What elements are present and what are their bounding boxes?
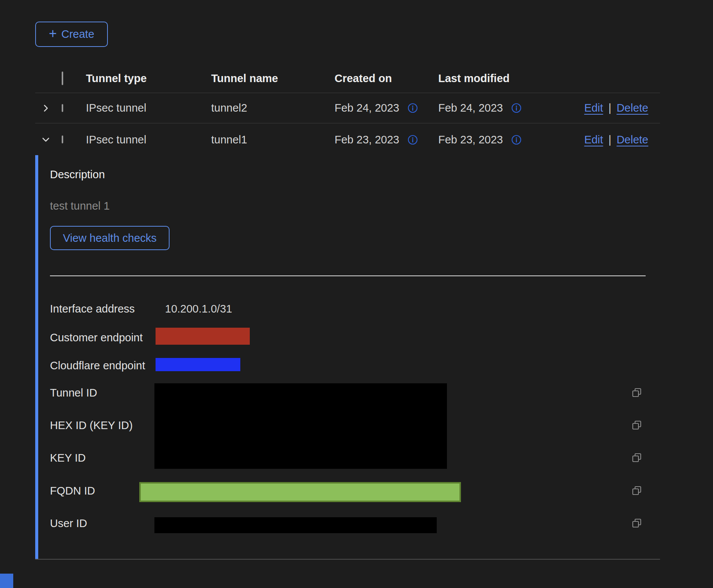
- copy-icon: [631, 485, 643, 496]
- fqdn-id-redacted-value: [139, 482, 461, 502]
- create-button-label: Create: [61, 28, 94, 40]
- plus-icon: +: [49, 27, 57, 40]
- edit-link[interactable]: Edit: [584, 102, 603, 114]
- copy-icon: [631, 387, 643, 398]
- header-created-on: Created on: [335, 72, 438, 85]
- customer-endpoint-redacted-value: [156, 328, 250, 345]
- header-tunnel-name: Tunnel name: [211, 72, 335, 85]
- table-header-row: Tunnel type Tunnel name Created on Last …: [35, 64, 660, 93]
- row-checkbox[interactable]: [62, 104, 63, 112]
- tunnel-type-cell: IPsec tunnel: [86, 102, 211, 114]
- chevron-right-icon: [41, 103, 51, 113]
- ids-redacted-value: [154, 383, 447, 469]
- fqdn-id-label: FQDN ID: [50, 485, 95, 497]
- tunnel-detail-panel: Description test tunnel 1 View health ch…: [35, 155, 660, 559]
- bottom-left-accent: [0, 574, 13, 588]
- header-last-modified: Last modified: [438, 72, 549, 85]
- header-tunnel-type: Tunnel type: [86, 72, 211, 85]
- delete-link[interactable]: Delete: [616, 134, 648, 146]
- view-health-checks-label: View health checks: [63, 232, 157, 244]
- copy-icon: [631, 420, 643, 431]
- info-circle-icon[interactable]: [511, 135, 522, 145]
- copy-hex-id-button[interactable]: [631, 420, 643, 431]
- expand-row-button[interactable]: [35, 103, 62, 113]
- description-value: test tunnel 1: [50, 200, 110, 212]
- user-id-label: User ID: [50, 517, 87, 530]
- copy-tunnel-id-button[interactable]: [631, 387, 643, 398]
- table-bottom-divider: [35, 559, 660, 560]
- cloudflare-endpoint-redacted-value: [156, 358, 240, 371]
- copy-fqdn-id-button[interactable]: [631, 485, 643, 496]
- detail-divider: [50, 275, 646, 276]
- tunnel-id-label: Tunnel ID: [50, 387, 97, 399]
- actions-separator: |: [609, 102, 612, 114]
- info-circle-icon[interactable]: [408, 103, 418, 113]
- user-id-redacted-value: [154, 517, 437, 533]
- table-row: IPsec tunnel tunnel2 Feb 24, 2023 Feb 24…: [35, 93, 660, 123]
- tunnel-name-cell: tunnel2: [211, 102, 335, 114]
- created-on-cell: Feb 23, 2023: [335, 134, 399, 146]
- info-circle-icon[interactable]: [408, 135, 418, 145]
- collapse-row-button[interactable]: [35, 135, 62, 145]
- table-row: IPsec tunnel tunnel1 Feb 23, 2023 Feb 23…: [35, 123, 660, 156]
- tunnels-page: + Create Tunnel type Tunnel name Created…: [0, 0, 713, 588]
- customer-endpoint-label: Customer endpoint: [50, 331, 143, 344]
- create-button[interactable]: + Create: [35, 22, 108, 47]
- last-modified-cell: Feb 24, 2023: [438, 102, 503, 114]
- actions-separator: |: [609, 134, 612, 146]
- tunnel-name-cell: tunnel1: [211, 134, 335, 146]
- chevron-down-icon: [41, 135, 51, 145]
- copy-icon: [631, 452, 643, 464]
- interface-address-value: 10.200.1.0/31: [165, 303, 232, 315]
- tunnel-type-cell: IPsec tunnel: [86, 134, 211, 146]
- select-all-checkbox[interactable]: [62, 72, 63, 85]
- key-id-label: KEY ID: [50, 452, 86, 464]
- created-on-cell: Feb 24, 2023: [335, 102, 399, 114]
- hex-id-label: HEX ID (KEY ID): [50, 419, 133, 432]
- info-circle-icon[interactable]: [511, 103, 522, 113]
- view-health-checks-button[interactable]: View health checks: [50, 226, 170, 250]
- row-checkbox[interactable]: [62, 135, 63, 143]
- delete-link[interactable]: Delete: [616, 102, 648, 114]
- copy-user-id-button[interactable]: [631, 518, 643, 529]
- copy-key-id-button[interactable]: [631, 452, 643, 464]
- edit-link[interactable]: Edit: [584, 134, 603, 146]
- description-label: Description: [50, 168, 105, 181]
- tunnel-table: Tunnel type Tunnel name Created on Last …: [35, 64, 660, 156]
- cloudflare-endpoint-label: Cloudflare endpoint: [50, 359, 145, 372]
- interface-address-label: Interface address: [50, 303, 135, 315]
- last-modified-cell: Feb 23, 2023: [438, 134, 503, 146]
- copy-icon: [631, 518, 643, 529]
